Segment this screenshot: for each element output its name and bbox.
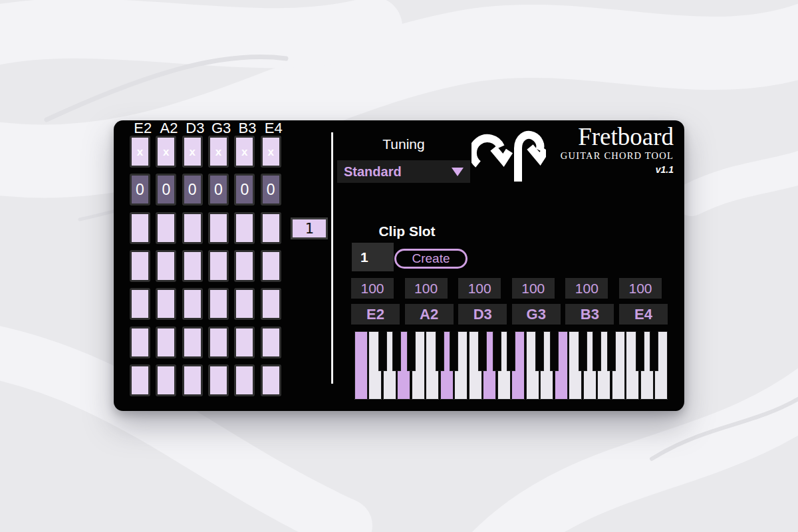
tuning-dropdown[interactable]: Standard — [337, 160, 470, 183]
black-key-A#3[interactable] — [507, 331, 515, 371]
fret-cell-open[interactable]: 0 — [182, 174, 203, 205]
black-key-G#2[interactable] — [392, 331, 401, 371]
velocity-box[interactable]: 100 — [351, 278, 394, 299]
black-key-G#4[interactable] — [593, 331, 601, 371]
note-box[interactable]: B3 — [565, 304, 614, 325]
fret-cell-open[interactable]: 0 — [156, 174, 176, 205]
mute-x-glyph: x — [267, 146, 273, 158]
clip-slot-label: Clip Slot — [340, 223, 473, 239]
string-labels-row: E2A2D3G3B3E4 — [130, 121, 287, 136]
chevron-down-icon — [452, 168, 464, 176]
string-label: A2 — [156, 121, 182, 136]
fret-cell[interactable] — [234, 288, 255, 320]
fret-cell-open[interactable]: 0 — [130, 174, 150, 205]
fret-cell-open[interactable]: 0 — [234, 174, 255, 205]
open-zero-glyph: 0 — [214, 182, 223, 198]
string-label: B3 — [234, 121, 260, 136]
fret-cell[interactable] — [182, 327, 203, 358]
fret-cell[interactable] — [234, 327, 255, 358]
fret-cell[interactable] — [156, 288, 176, 320]
black-key-C#5[interactable] — [636, 331, 644, 371]
fret-cell[interactable] — [234, 364, 255, 396]
fret-cell[interactable] — [130, 212, 150, 244]
fret-cell[interactable] — [208, 288, 229, 320]
fret-cell[interactable] — [156, 327, 176, 358]
velocity-box[interactable]: 100 — [405, 278, 448, 299]
note-box[interactable]: G3 — [512, 304, 561, 325]
fret-number-box[interactable]: 1 — [291, 217, 328, 239]
fret-cell[interactable] — [261, 212, 281, 244]
fret-cell[interactable] — [234, 212, 255, 244]
fret-cell-mute[interactable]: x — [261, 136, 281, 168]
vertical-divider — [331, 132, 333, 384]
fret-cell[interactable] — [234, 250, 255, 282]
mute-x-glyph: x — [215, 146, 221, 158]
fret-cell[interactable] — [130, 327, 150, 358]
black-key-F#4[interactable] — [579, 331, 587, 371]
open-zero-glyph: 0 — [267, 182, 275, 198]
white-key-E2[interactable] — [354, 331, 368, 400]
fret-cell[interactable] — [156, 212, 176, 244]
black-key-D#5[interactable] — [650, 331, 658, 371]
brand-subtitle: GUITAR CHORD TOOL — [561, 150, 674, 162]
tuning-label: Tuning — [337, 136, 470, 152]
fret-cell[interactable] — [130, 250, 150, 282]
fret-cell[interactable] — [182, 212, 203, 244]
fretboard-device-panel: E2A2D3G3B3E4 xxxxxx000000 1 Tuning Stand… — [114, 120, 684, 411]
black-key-C#3[interactable] — [436, 331, 444, 371]
velocity-box[interactable]: 100 — [565, 278, 608, 299]
note-box[interactable]: E4 — [619, 304, 668, 325]
note-box[interactable]: E2 — [351, 304, 400, 325]
fret-cell[interactable] — [261, 250, 281, 282]
fret-cell[interactable] — [208, 212, 229, 244]
velocity-box[interactable]: 100 — [512, 278, 555, 299]
velocity-box[interactable]: 100 — [619, 278, 662, 299]
black-key-C#4[interactable] — [535, 331, 544, 371]
create-clip-button[interactable]: Create — [394, 249, 467, 269]
open-zero-glyph: 0 — [136, 182, 144, 198]
black-key-A#2[interactable] — [407, 331, 416, 371]
fret-cell[interactable] — [182, 250, 203, 282]
note-box[interactable]: A2 — [405, 304, 454, 325]
fret-cell[interactable] — [208, 364, 229, 396]
fret-cell[interactable] — [261, 327, 281, 358]
brand-title: Fretboard — [561, 124, 674, 150]
velocity-box[interactable]: 100 — [458, 278, 501, 299]
fret-cell[interactable] — [156, 250, 176, 282]
black-key-F#2[interactable] — [378, 331, 387, 371]
black-key-F#3[interactable] — [478, 331, 487, 371]
fret-cell[interactable] — [130, 288, 150, 320]
open-zero-glyph: 0 — [188, 182, 197, 198]
string-label: G3 — [208, 121, 234, 136]
fret-cell[interactable] — [182, 364, 203, 396]
fret-cell-mute[interactable]: x — [208, 136, 229, 168]
fret-cell-mute[interactable]: x — [234, 136, 255, 168]
fret-cell[interactable] — [208, 327, 229, 358]
fret-cell-mute[interactable]: x — [156, 136, 176, 168]
fret-cell[interactable] — [130, 364, 150, 396]
clip-slot-number-box[interactable]: 1 — [352, 243, 394, 271]
fret-cell[interactable] — [208, 250, 229, 282]
fret-cell-open[interactable]: 0 — [261, 174, 281, 205]
black-key-D#3[interactable] — [450, 331, 458, 371]
fret-cell[interactable] — [261, 364, 281, 396]
mute-x-glyph: x — [241, 146, 247, 158]
string-label: E2 — [130, 121, 156, 136]
string-label: D3 — [182, 121, 208, 136]
fret-cell-mute[interactable]: x — [130, 136, 150, 168]
black-key-A#4[interactable] — [607, 331, 616, 371]
mute-x-glyph: x — [137, 146, 143, 158]
brand-version: v1.1 — [561, 164, 674, 175]
open-zero-glyph: 0 — [240, 182, 249, 198]
note-box[interactable]: D3 — [458, 304, 507, 325]
open-zero-glyph: 0 — [162, 182, 170, 198]
black-key-D#4[interactable] — [550, 331, 559, 371]
fret-cell[interactable] — [182, 288, 203, 320]
fret-cell[interactable] — [156, 364, 176, 396]
fret-cell-mute[interactable]: x — [182, 136, 203, 168]
fret-number-value: 1 — [305, 220, 313, 237]
fret-cell-open[interactable]: 0 — [208, 174, 229, 205]
black-key-G#3[interactable] — [493, 331, 501, 371]
brand-block: Fretboard GUITAR CHORD TOOL v1.1 — [561, 124, 674, 175]
fret-cell[interactable] — [261, 288, 281, 320]
